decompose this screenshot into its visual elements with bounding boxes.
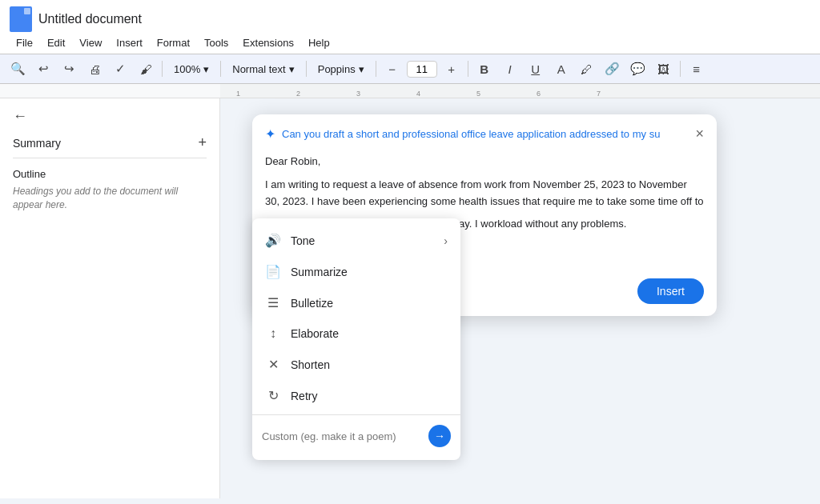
bold-button[interactable]: B — [473, 58, 496, 80]
custom-input-row: → — [252, 418, 460, 454]
print-icon[interactable]: 🖨 — [83, 58, 106, 80]
insert-button[interactable]: Insert — [637, 278, 704, 304]
highlight-icon[interactable]: 🖊 — [576, 58, 598, 80]
spellcheck-icon[interactable]: ✓ — [109, 58, 131, 80]
dropdown-item-shorten[interactable]: ✕ Shorten — [252, 349, 460, 380]
close-button[interactable]: × — [695, 126, 704, 142]
chevron-down-icon: ▾ — [203, 63, 209, 75]
summary-row: Summary + — [13, 134, 207, 151]
font-size-input[interactable] — [407, 61, 437, 78]
redo-icon[interactable]: ↪ — [58, 58, 80, 80]
chevron-right-icon: › — [444, 234, 448, 247]
doc-title: Untitled document — [38, 12, 142, 26]
toolbar: 🔍 ↩ ↪ 🖨 ✓ 🖌 100% ▾ Normal text ▾ Poppins… — [0, 54, 820, 84]
separator-4 — [376, 61, 376, 77]
menu-tools[interactable]: Tools — [198, 34, 235, 52]
comment-icon[interactable]: 💬 — [627, 58, 649, 80]
menu-extensions[interactable]: Extensions — [236, 34, 300, 52]
doc-icon — [10, 6, 32, 32]
dropdown-item-tone[interactable]: 🔊 Tone › — [252, 225, 460, 256]
outline-label: Outline — [13, 168, 207, 180]
custom-prompt-input[interactable] — [262, 430, 422, 442]
separator-5 — [468, 61, 468, 77]
doc-area[interactable]: ✦ Can you draft a short and professional… — [220, 98, 820, 498]
ai-sparkle-icon: ✦ — [265, 126, 275, 142]
menu-view[interactable]: View — [73, 34, 108, 52]
chevron-down-icon: ▾ — [289, 63, 295, 75]
underline-button[interactable]: U — [525, 58, 547, 80]
paintformat-icon[interactable]: 🖌 — [135, 58, 157, 80]
dropdown-item-summarize[interactable]: 📄 Summarize — [252, 256, 460, 287]
dropdown-label-tone: Tone — [291, 234, 315, 247]
ai-dialog-header: ✦ Can you draft a short and professional… — [252, 114, 717, 150]
separator-6 — [680, 61, 681, 77]
sidebar: ← Summary + Outline Headings you add to … — [0, 98, 220, 498]
main-area: ← Summary + Outline Headings you add to … — [0, 98, 820, 498]
ruler-inner: 1 2 3 4 5 6 7 — [220, 84, 820, 98]
menu-edit[interactable]: Edit — [41, 34, 71, 52]
summary-label: Summary — [13, 137, 61, 150]
font-size-decrease-icon[interactable]: − — [381, 58, 404, 80]
font-color-icon[interactable]: A — [550, 58, 573, 80]
align-icon[interactable]: ≡ — [685, 58, 708, 80]
chevron-down-icon: ▾ — [359, 63, 364, 75]
font-dropdown[interactable]: Poppins ▾ — [312, 61, 371, 78]
menu-bar: File Edit View Insert Format Tools Exten… — [0, 32, 820, 54]
undo-icon[interactable]: ↩ — [32, 58, 54, 80]
elaborate-icon: ↕ — [265, 326, 281, 341]
dropdown-item-elaborate[interactable]: ↕ Elaborate — [252, 318, 460, 349]
sidebar-divider — [13, 158, 207, 158]
custom-submit-button[interactable]: → — [428, 425, 451, 447]
separator-1 — [162, 61, 163, 77]
text-style-dropdown[interactable]: Normal text ▾ — [226, 61, 300, 78]
italic-button[interactable]: I — [499, 58, 521, 80]
menu-format[interactable]: Format — [151, 34, 196, 52]
zoom-dropdown[interactable]: 100% ▾ — [167, 61, 215, 78]
dropdown-label-elaborate: Elaborate — [291, 327, 339, 340]
dropdown-divider — [252, 414, 460, 415]
title-bar: Untitled document — [0, 0, 820, 32]
body-greeting: Dear Robin, — [265, 154, 704, 170]
separator-2 — [220, 61, 221, 77]
menu-insert[interactable]: Insert — [110, 34, 149, 52]
summarize-icon: 📄 — [265, 264, 281, 279]
dropdown-label-retry: Retry — [291, 390, 317, 402]
image-icon[interactable]: 🖼 — [653, 58, 675, 80]
search-icon[interactable]: 🔍 — [6, 58, 29, 80]
dropdown-label-summarize: Summarize — [291, 266, 348, 278]
bulletize-icon: ☰ — [265, 295, 281, 310]
font-size-increase-icon[interactable]: + — [440, 58, 463, 80]
ruler: 1 2 3 4 5 6 7 — [0, 84, 820, 98]
body-text-1: I am writing to request a leave of absen… — [265, 177, 704, 210]
dropdown-label-shorten: Shorten — [291, 358, 330, 371]
tone-icon: 🔊 — [265, 233, 281, 248]
menu-help[interactable]: Help — [302, 34, 336, 52]
ai-prompt-text: ✦ Can you draft a short and professional… — [265, 126, 695, 142]
dropdown-item-bulletize[interactable]: ☰ Bulletize — [252, 287, 460, 318]
link-icon[interactable]: 🔗 — [601, 58, 624, 80]
separator-3 — [306, 61, 307, 77]
back-button[interactable]: ← — [13, 108, 207, 125]
dropdown-item-retry[interactable]: ↻ Retry — [252, 380, 460, 411]
outline-hint: Headings you add to the document will ap… — [13, 185, 207, 212]
add-summary-button[interactable]: + — [198, 134, 207, 151]
ai-refine-dropdown: 🔊 Tone › 📄 Summarize ☰ Bulletize — [252, 218, 460, 460]
retry-icon: ↻ — [265, 388, 281, 403]
ai-dialog: ✦ Can you draft a short and professional… — [252, 114, 717, 316]
menu-file[interactable]: File — [10, 34, 39, 52]
shorten-icon: ✕ — [265, 357, 281, 372]
dropdown-label-bulletize: Bulletize — [291, 297, 333, 310]
